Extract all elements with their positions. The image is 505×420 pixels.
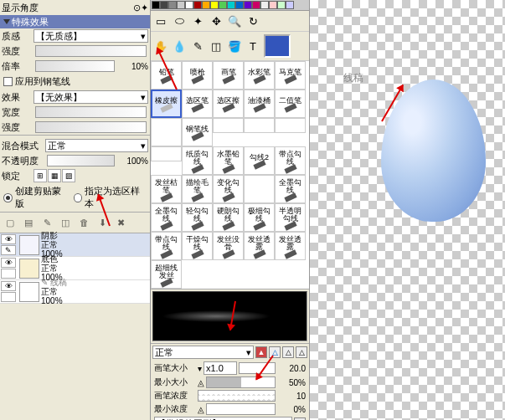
text-icon[interactable]: T — [245, 38, 260, 54]
blend-mode-select[interactable]: 正常▾ — [45, 139, 148, 152]
brush-cell[interactable]: 极细勾线 — [244, 203, 275, 232]
swatch[interactable] — [177, 1, 185, 9]
swatch[interactable] — [269, 1, 277, 9]
pen-layer-icon[interactable]: ✎ — [39, 214, 55, 231]
swatch[interactable] — [152, 1, 160, 9]
brush-cell[interactable]: 水彩笔 — [244, 61, 275, 90]
brush-cell-selected[interactable]: 橡皮擦 — [151, 90, 182, 118]
intensity-slider[interactable] — [35, 45, 147, 57]
brush-cell[interactable]: 钢笔线 — [182, 118, 213, 146]
rotate-icon[interactable]: ↻ — [245, 13, 260, 28]
selection-sample-radio[interactable] — [74, 193, 83, 202]
brush-cell[interactable]: 马克笔 — [275, 61, 306, 90]
visibility-icon[interactable]: 👁 — [1, 258, 16, 268]
swatch[interactable] — [286, 1, 294, 9]
pen-tool-icon[interactable]: ✎ — [190, 38, 205, 54]
min-density-slider[interactable] — [206, 403, 276, 415]
brush-cell[interactable]: 硬朗勾线 — [213, 203, 244, 232]
brush-cell[interactable]: 轻勾勾线 — [182, 203, 213, 232]
pen-icon[interactable]: ✎ — [1, 245, 16, 255]
eyedropper-icon[interactable]: 💧 — [172, 38, 187, 54]
swatch[interactable] — [252, 1, 260, 9]
swatch[interactable] — [168, 1, 177, 9]
move-icon[interactable]: ✥ — [209, 13, 224, 28]
layer-thumbnail[interactable] — [19, 259, 39, 279]
brush-cell[interactable]: 全墨勾线 — [151, 203, 182, 232]
layer-row[interactable]: 👁✎ 阴影正常100% — [0, 233, 150, 257]
mask-icon[interactable]: ◫ — [57, 214, 74, 231]
swatch[interactable] — [260, 1, 269, 9]
lasso-icon[interactable]: ⬭ — [172, 13, 187, 28]
marker-c-icon[interactable]: △ — [282, 346, 294, 358]
opacity-slider[interactable] — [47, 155, 115, 166]
texture-select[interactable]: 【无质感】▾ — [33, 29, 148, 43]
flip-icon[interactable]: ✦ — [141, 3, 148, 13]
ratio-slider[interactable] — [35, 60, 115, 72]
brush-cell[interactable]: 全墨勾线 — [275, 175, 306, 203]
brush-cell[interactable]: 发丝没骨 — [213, 232, 244, 260]
foreground-color[interactable] — [264, 34, 291, 58]
new-layer-icon[interactable]: ▤ — [20, 214, 37, 231]
swatch[interactable] — [160, 1, 168, 9]
brush-cell[interactable]: 带点勾线 — [275, 146, 306, 175]
marker-d-icon[interactable]: △ — [296, 346, 307, 358]
rect-select-icon[interactable]: ▭ — [153, 13, 168, 28]
brush-cell[interactable]: 水墨铅笔 — [213, 146, 244, 175]
layer-row[interactable]: 👁 底色正常100% — [0, 257, 150, 280]
brush-cell[interactable]: 选区笔 — [182, 90, 213, 118]
brush-cell[interactable]: 发丝枯笔 — [151, 175, 182, 203]
swatch[interactable] — [227, 1, 235, 9]
pen-icon[interactable] — [1, 292, 16, 302]
brush-cell[interactable]: 超细线发丝 — [151, 260, 182, 289]
pen-icon[interactable] — [1, 269, 16, 279]
layer-thumbnail[interactable] — [19, 282, 39, 302]
visibility-icon[interactable]: 👁 — [1, 234, 16, 244]
wand-icon[interactable]: ✦ — [190, 13, 205, 28]
layer-row[interactable]: 👁 ✎ 线稿正常100% — [0, 280, 150, 304]
lock-all-icon[interactable]: ⊞ — [33, 169, 47, 182]
density-slider[interactable] — [35, 121, 147, 133]
swatch[interactable] — [219, 1, 227, 9]
min-size-slider[interactable] — [206, 376, 276, 388]
swatch[interactable] — [210, 1, 219, 9]
brush-cell[interactable]: 描绘毛笔 — [182, 175, 213, 203]
bucket-icon[interactable]: 🪣 — [227, 38, 242, 54]
brush-cell[interactable]: 油漆桶 — [244, 90, 275, 118]
new-canvas-icon[interactable]: ▢ — [2, 214, 18, 231]
brush-cell[interactable] — [151, 118, 182, 146]
brush-cell[interactable]: 带点勾线 — [151, 232, 182, 260]
brush-cell[interactable]: 干燥勾线 — [182, 232, 213, 260]
brush-cell[interactable]: 发丝透露 — [275, 232, 306, 260]
brush-size-mult-select[interactable]: x1.0 — [204, 361, 237, 375]
canvas-area[interactable]: 线稿 — [310, 0, 505, 420]
swatch[interactable] — [235, 1, 244, 9]
effect-select[interactable]: 【无效果】▾ — [33, 90, 148, 104]
zoom-icon[interactable]: 🔍 — [227, 13, 242, 28]
brush-cell[interactable]: 画笔 — [213, 61, 244, 90]
swatch[interactable] — [202, 1, 210, 9]
brush-cell[interactable]: 发丝透露 — [244, 232, 275, 260]
brush-cell[interactable]: 纸质勾线 — [182, 146, 213, 175]
delete-layer-icon[interactable]: 🗑 — [75, 214, 92, 231]
eraser-icon[interactable]: ◫ — [209, 38, 224, 54]
width-slider[interactable] — [35, 106, 147, 118]
shape-select[interactable]: 【常规的圆形】▾ — [154, 417, 292, 420]
swatch[interactable] — [244, 1, 252, 9]
brush-cell[interactable]: 勾线2 — [244, 146, 275, 175]
brush-cell[interactable]: 喷枪 — [182, 61, 213, 90]
marker-a-icon[interactable]: ▲ — [255, 346, 267, 358]
apply-pen-checkbox[interactable] — [3, 77, 13, 86]
brush-cell[interactable]: 选区擦 — [213, 90, 244, 118]
lock-pixel-icon[interactable]: ▦ — [48, 169, 61, 182]
swatch[interactable] — [193, 1, 202, 9]
brush-cell[interactable]: 变化勾线 — [213, 175, 244, 203]
brush-cell[interactable]: 半透明勾线 — [275, 203, 306, 232]
visibility-icon[interactable]: 👁 — [1, 281, 16, 291]
reset-icon[interactable]: ⊙ — [133, 3, 141, 13]
brush-density-slider[interactable] — [198, 390, 276, 402]
swatch[interactable] — [277, 1, 286, 9]
brush-cell[interactable]: 二值笔 — [275, 90, 306, 118]
brush-cell[interactable] — [244, 175, 275, 203]
swatch[interactable] — [185, 1, 193, 9]
brush-blend-select[interactable]: 正常▾ — [152, 346, 254, 359]
